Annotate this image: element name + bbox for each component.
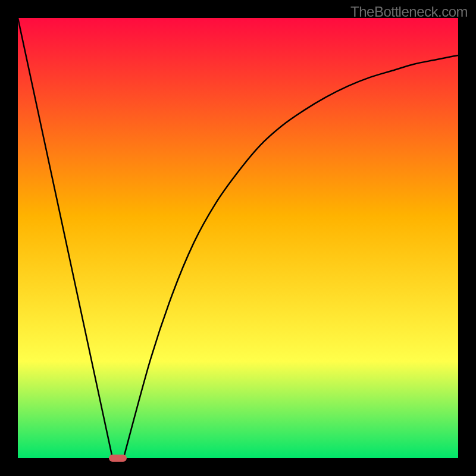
valley-marker — [109, 455, 127, 462]
attribution-text: TheBottleneck.com — [350, 4, 468, 20]
chart-svg — [0, 0, 476, 476]
chart-frame: TheBottleneck.com — [0, 0, 476, 476]
plot-background — [18, 18, 458, 458]
